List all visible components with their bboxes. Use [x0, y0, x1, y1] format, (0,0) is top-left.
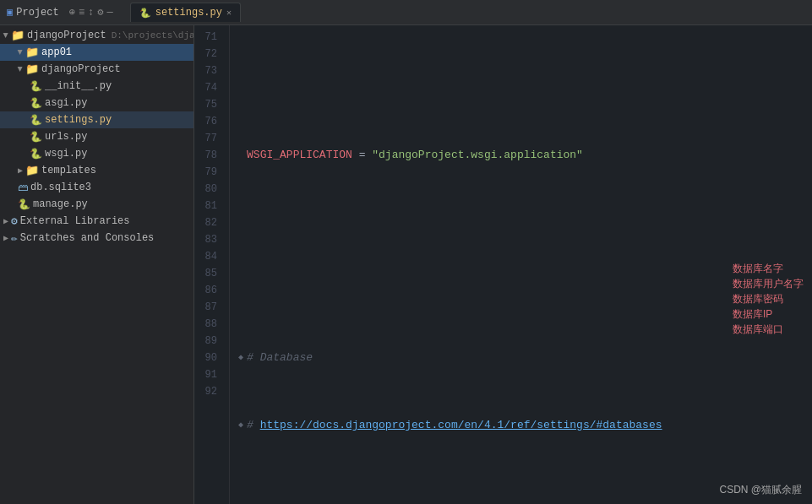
toolbar-icon-add[interactable]: ⊕	[69, 6, 75, 19]
sidebar-item-urls-py[interactable]: 🐍 urls.py	[0, 128, 193, 145]
file-py-icon: 🐍	[18, 198, 30, 211]
arrow-icon: ▶	[15, 50, 25, 55]
line-numbers: 71 72 73 74 75 76 77 78 79 80 81 82 83 8…	[194, 25, 230, 504]
line-num-83: 83	[194, 231, 222, 248]
sidebar-item-settings-py[interactable]: 🐍 settings.py	[0, 111, 193, 128]
line-num-87: 87	[194, 299, 222, 316]
scratches-icon: ✏	[11, 231, 18, 245]
path-label: D:\projects\djan	[112, 30, 194, 41]
main-layout: ▶ 📁 djangoProject D:\projects\djan ▶ 📁 a…	[0, 25, 812, 504]
code-token: "djangoProject.wsgi.application"	[372, 147, 583, 164]
line-num-81: 81	[194, 198, 222, 214]
code-line-71: ◆	[238, 79, 812, 96]
code-line-74: ◆	[238, 282, 812, 299]
file-py-icon: 🐍	[30, 97, 42, 110]
arrow-icon: ▶	[18, 165, 23, 176]
line-num-77: 77	[194, 130, 222, 147]
toolbar-icon-minimize[interactable]: —	[107, 7, 113, 19]
annotation-db-ip: 数据库IP	[733, 307, 804, 322]
annotation-db-name: 数据库名字	[733, 262, 804, 276]
arrow-icon: ▶	[3, 216, 8, 226]
line-num-71: 71	[194, 29, 222, 46]
code-editor: 71 72 73 74 75 76 77 78 79 80 81 82 83 8…	[194, 25, 812, 504]
sidebar-item-init-py[interactable]: 🐍 __init__.py	[0, 78, 193, 95]
sidebar-item-label: djangoProject	[27, 30, 106, 41]
sidebar-item-label: manage.py	[33, 198, 88, 210]
sidebar-item-app01[interactable]: ▶ 📁 app01	[0, 44, 193, 61]
file-db-icon: 🗃	[18, 182, 28, 194]
sidebar-item-manage-py[interactable]: 🐍 manage.py	[0, 196, 193, 213]
code-token: WSGI_APPLICATION	[247, 147, 352, 164]
sidebar-item-templates[interactable]: ▶ 📁 templates	[0, 162, 193, 179]
fold-indicator[interactable]: ◆	[238, 417, 243, 434]
folder-open-icon: 📁	[25, 62, 39, 76]
sidebar-item-label: settings.py	[45, 114, 112, 126]
watermark-text: CSDN @猫腻余腥	[719, 484, 802, 496]
sidebar-item-label: __init__.py	[45, 80, 112, 92]
line-num-84: 84	[194, 248, 222, 265]
sidebar-item-djangoproject-inner[interactable]: ▶ 📁 djangoProject	[0, 61, 193, 78]
project-icon: ▣	[7, 6, 13, 19]
tab-label: settings.py	[155, 7, 222, 19]
arrow-icon: ▶	[3, 233, 8, 243]
line-num-72: 72	[194, 46, 222, 62]
sidebar-item-label: External Libraries	[20, 215, 130, 227]
code-line-73: ◆	[238, 214, 812, 231]
file-py-icon: 🐍	[30, 80, 42, 93]
code-token: #	[247, 417, 260, 434]
file-py-icon: 🐍	[30, 148, 42, 160]
sidebar-item-label: asgi.py	[45, 97, 87, 109]
code-area: 71 72 73 74 75 76 77 78 79 80 81 82 83 8…	[194, 25, 812, 504]
title-bar: ▣ Project ⊕ ≡ ↕ ⚙ — 🐍 settings.py ✕	[0, 0, 812, 25]
sidebar-item-label: db.sqlite3	[30, 182, 91, 193]
sidebar-item-label: Scratches and Consoles	[20, 232, 154, 244]
tab-settings-py[interactable]: 🐍 settings.py ✕	[130, 3, 241, 22]
project-label: ▣ Project ⊕ ≡ ↕ ⚙ —	[7, 6, 113, 19]
line-num-89: 89	[194, 333, 222, 350]
tab-bar: 🐍 settings.py ✕	[130, 3, 241, 22]
sidebar-item-djangoproject-root[interactable]: ▶ 📁 djangoProject D:\projects\djan	[0, 27, 193, 44]
code-line-75: ◆ # Database	[238, 350, 812, 366]
folder-open-icon: 📁	[25, 46, 39, 59]
tab-close-button[interactable]: ✕	[226, 8, 232, 18]
line-num-92: 92	[194, 383, 222, 400]
code-token: # Database	[247, 350, 313, 366]
line-num-90: 90	[194, 350, 222, 366]
sidebar-item-label: app01	[41, 46, 72, 58]
sidebar-item-db-sqlite3[interactable]: 🗃 db.sqlite3	[0, 179, 193, 196]
folder-open-icon: 📁	[11, 29, 25, 42]
sidebar-item-wsgi-py[interactable]: 🐍 wsgi.py	[0, 145, 193, 162]
line-num-74: 74	[194, 79, 222, 96]
line-num-88: 88	[194, 316, 222, 333]
sidebar: ▶ 📁 djangoProject D:\projects\djan ▶ 📁 a…	[0, 25, 194, 504]
code-token: =	[352, 147, 372, 164]
sidebar-item-external-libs[interactable]: ▶ ⚙ External Libraries	[0, 213, 193, 230]
toolbar-icon-list[interactable]: ≡	[79, 7, 84, 19]
code-line-76: ◆ # https://docs.djangoproject.com/en/4.…	[238, 417, 812, 434]
sidebar-item-asgi-py[interactable]: 🐍 asgi.py	[0, 95, 193, 111]
line-num-80: 80	[194, 181, 222, 198]
code-content: ◆ ◆ WSGI_APPLICATION = "djangoProject.ws…	[230, 25, 812, 504]
libs-icon: ⚙	[11, 214, 18, 228]
project-title: Project	[16, 7, 58, 19]
line-num-86: 86	[194, 282, 222, 299]
line-num-91: 91	[194, 366, 222, 383]
annotation-db-user: 数据库用户名字	[733, 277, 804, 291]
sidebar-item-scratches[interactable]: ▶ ✏ Scratches and Consoles	[0, 230, 193, 247]
toolbar-icon-gear[interactable]: ⚙	[97, 6, 103, 19]
sidebar-item-label: djangoProject	[41, 63, 121, 75]
sidebar-item-label: templates	[41, 165, 96, 176]
line-num-75: 75	[194, 96, 222, 113]
line-num-85: 85	[194, 265, 222, 282]
sidebar-item-label: urls.py	[45, 131, 87, 143]
annotation-db-port: 数据库端口	[733, 322, 804, 337]
annotation-db-password: 数据库密码	[733, 292, 804, 306]
fold-indicator[interactable]: ◆	[238, 350, 243, 366]
footer-watermark: CSDN @猫腻余腥	[719, 483, 802, 497]
arrow-icon: ▶	[15, 67, 25, 72]
arrow-icon: ▶	[1, 33, 11, 38]
toolbar-icon-sort[interactable]: ↕	[88, 7, 94, 19]
line-num-73: 73	[194, 62, 222, 79]
code-token: https://docs.djangoproject.com/en/4.1/re…	[260, 417, 662, 434]
file-py-icon: 🐍	[30, 114, 42, 127]
